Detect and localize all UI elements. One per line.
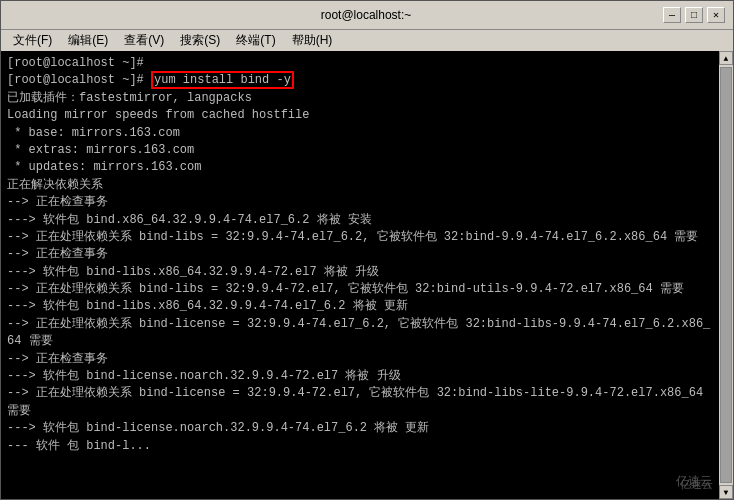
terminal-line: 已加载插件：fastestmirror, langpacks bbox=[7, 90, 713, 107]
scroll-up-button[interactable]: ▲ bbox=[719, 51, 733, 65]
close-button[interactable]: ✕ bbox=[707, 7, 725, 23]
menu-search[interactable]: 搜索(S) bbox=[172, 30, 228, 51]
menu-edit[interactable]: 编辑(E) bbox=[60, 30, 116, 51]
terminal-line: --> 正在检查事务 bbox=[7, 246, 713, 263]
terminal-line: --- 软件 包 bind-l... bbox=[7, 438, 713, 455]
terminal-line: --> 正在检查事务 bbox=[7, 351, 713, 368]
menu-help[interactable]: 帮助(H) bbox=[284, 30, 341, 51]
terminal-line: --> 正在处理依赖关系 bind-libs = 32:9.9.4-72.el7… bbox=[7, 281, 713, 298]
window-controls: — □ ✕ bbox=[663, 7, 725, 23]
scroll-down-button[interactable]: ▼ bbox=[719, 485, 733, 499]
terminal-line: --> 正在处理依赖关系 bind-license = 32:9.9.4-74.… bbox=[7, 316, 713, 351]
maximize-button[interactable]: □ bbox=[685, 7, 703, 23]
terminal-line: ---> 软件包 bind-libs.x86_64.32.9.9.4-72.el… bbox=[7, 264, 713, 281]
terminal-line: ---> 软件包 bind.x86_64.32.9.9.4-74.el7_6.2… bbox=[7, 212, 713, 229]
terminal-line: [root@localhost ~]# bbox=[7, 55, 713, 72]
terminal-line: Loading mirror speeds from cached hostfi… bbox=[7, 107, 713, 124]
highlighted-command: yum install bind -y bbox=[151, 71, 294, 89]
terminal-line: ---> 软件包 bind-license.noarch.32.9.9.4-72… bbox=[7, 368, 713, 385]
scrollbar-thumb[interactable] bbox=[720, 67, 732, 483]
terminal-line: ---> 软件包 bind-license.noarch.32.9.9.4-74… bbox=[7, 420, 713, 437]
terminal-line: * updates: mirrors.163.com bbox=[7, 159, 713, 176]
terminal-wrapper: [root@localhost ~]# [root@localhost ~]# … bbox=[1, 51, 733, 499]
window-title: root@localhost:~ bbox=[69, 8, 663, 22]
menu-bar: 文件(F) 编辑(E) 查看(V) 搜索(S) 终端(T) 帮助(H) bbox=[1, 29, 733, 51]
scrollbar[interactable]: ▲ ▼ bbox=[719, 51, 733, 499]
menu-terminal[interactable]: 终端(T) bbox=[228, 30, 283, 51]
watermark: 亿速云 bbox=[680, 477, 713, 493]
terminal-line: --> 正在处理依赖关系 bind-libs = 32:9.9.4-74.el7… bbox=[7, 229, 713, 246]
terminal-output[interactable]: [root@localhost ~]# [root@localhost ~]# … bbox=[1, 51, 719, 499]
terminal-line: ---> 软件包 bind-libs.x86_64.32.9.9.4-74.el… bbox=[7, 298, 713, 315]
terminal-line-command: [root@localhost ~]# yum install bind -y bbox=[7, 72, 713, 89]
title-bar: root@localhost:~ — □ ✕ bbox=[1, 1, 733, 29]
terminal-line: * extras: mirrors.163.com bbox=[7, 142, 713, 159]
terminal-line: * base: mirrors.163.com bbox=[7, 125, 713, 142]
menu-file[interactable]: 文件(F) bbox=[5, 30, 60, 51]
terminal-window: root@localhost:~ — □ ✕ 文件(F) 编辑(E) 查看(V)… bbox=[0, 0, 734, 500]
terminal-line: 正在解决依赖关系 bbox=[7, 177, 713, 194]
minimize-button[interactable]: — bbox=[663, 7, 681, 23]
terminal-line: --> 正在处理依赖关系 bind-license = 32:9.9.4-72.… bbox=[7, 385, 713, 420]
terminal-line: --> 正在检查事务 bbox=[7, 194, 713, 211]
menu-view[interactable]: 查看(V) bbox=[116, 30, 172, 51]
